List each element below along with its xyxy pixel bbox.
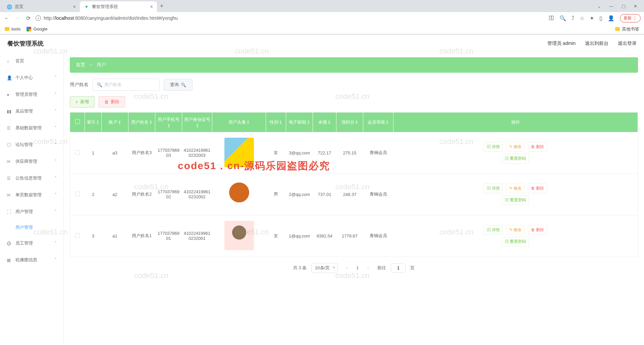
goto-input[interactable] — [391, 263, 406, 273]
page-number[interactable]: 1 — [356, 265, 359, 270]
bookmark-google[interactable]: Google — [26, 26, 47, 31]
edit-button[interactable]: ✎ 修改 — [506, 225, 525, 235]
col-header-11[interactable]: 会员等级▲▼ — [363, 113, 393, 132]
detail-button[interactable]: ▤ 详情 — [484, 142, 503, 152]
forward-icon[interactable]: → — [14, 15, 21, 21]
row-checkbox[interactable] — [75, 192, 80, 196]
sort-icon[interactable]: ▲▼ — [149, 120, 152, 125]
cell-avatar — [212, 215, 266, 257]
sort-icon[interactable]: ▲▼ — [307, 120, 310, 125]
sort-icon[interactable]: ▲▼ — [167, 123, 170, 128]
extension-icon[interactable]: ✦ — [590, 15, 594, 21]
sort-icon[interactable]: ▲▼ — [386, 120, 389, 125]
action-row: +新增 🗑删除 — [70, 96, 638, 108]
sidebar-item-10[interactable]: ⏻员工管理˅ — [0, 235, 63, 252]
sort-icon[interactable]: ▲▼ — [118, 120, 121, 125]
update-button[interactable]: 更新 ⋮ — [620, 14, 641, 22]
admin-label[interactable]: 管理员 admin — [547, 41, 576, 47]
sort-icon[interactable]: ▲▼ — [196, 123, 199, 128]
close-icon[interactable]: × — [150, 4, 153, 9]
maximize-icon[interactable]: ▢ — [622, 4, 626, 9]
col-header-8[interactable]: 电子邮箱▲▼ — [286, 113, 313, 132]
col-header-4[interactable]: 用户手机号▲▼ — [155, 113, 182, 132]
share-icon[interactable]: ⤴ — [572, 15, 574, 21]
col-header-12[interactable]: 操作 — [393, 113, 638, 132]
sort-icon[interactable]: ▲▼ — [328, 120, 331, 125]
cell-avatar — [212, 132, 266, 174]
col-header-5[interactable]: 用户身份证号▲▼ — [182, 113, 212, 132]
sidebar-item-8[interactable]: ✉单页数据管理˅ — [0, 187, 63, 203]
col-header-3[interactable]: 用户姓名▲▼ — [128, 113, 155, 132]
search-button[interactable]: 查询🔍 — [164, 79, 193, 91]
tab-title: 餐饮管理系统 — [92, 4, 118, 10]
sort-icon[interactable]: ▲▼ — [355, 120, 358, 125]
close-icon[interactable]: × — [73, 4, 76, 9]
add-button[interactable]: +新增 — [70, 96, 95, 108]
zoom-icon[interactable]: 🔍 — [559, 15, 566, 21]
col-header-9[interactable]: 余额▲▼ — [313, 113, 336, 132]
cell-idcard: 410224199610232001 — [182, 215, 212, 257]
delete-button[interactable]: 🗑删除 — [99, 96, 125, 108]
sidebar-item-0[interactable]: ⌂首页 — [0, 53, 63, 69]
sidebar-item-3[interactable]: ▮▮菜品管理˅ — [0, 103, 63, 120]
sidebar-item-6[interactable]: ✉供应商管理˅ — [0, 153, 63, 170]
col-header-1[interactable]: 索引▲▼ — [85, 113, 102, 132]
address-bar[interactable]: i http://localhost:8080/canyinguanli/adm… — [36, 15, 545, 21]
menu-icon: ▮▮ — [7, 109, 12, 114]
sort-icon[interactable]: ▲▼ — [96, 120, 99, 125]
sidebar-item-5[interactable]: 🖵论坛管理˅ — [0, 136, 63, 153]
reload-icon[interactable]: ⟳ — [25, 15, 32, 21]
row-checkbox[interactable] — [75, 150, 80, 155]
bookmark-other[interactable]: 其他书签 — [615, 26, 639, 32]
new-tab-button[interactable]: + — [157, 3, 166, 10]
total-text: 共 3 条 — [293, 265, 307, 271]
browser-tab-1[interactable]: ▼ 餐饮管理系统 × — [80, 1, 157, 12]
reset-password-button[interactable]: ▤ 重置密码 — [502, 237, 529, 247]
detail-button[interactable]: ▤ 详情 — [484, 225, 503, 235]
chevron-down-icon[interactable]: ⌄ — [597, 4, 601, 9]
sidebar-item-11[interactable]: ▦轮播图信息˅ — [0, 252, 63, 268]
next-page-icon[interactable]: › — [363, 263, 373, 273]
site-info-icon[interactable]: i — [36, 15, 41, 21]
chevron-down-icon: ˅ — [55, 258, 57, 262]
sidebar-item-9[interactable]: ⛶用户管理˄ — [0, 203, 63, 220]
col-header-6[interactable]: 用户头像▲▼ — [212, 113, 266, 132]
cell-avatar — [212, 174, 266, 215]
star-icon[interactable]: ☆ — [580, 15, 584, 21]
search-input[interactable]: 🔍 用户姓名 — [93, 79, 160, 91]
profile-icon[interactable]: 👤 — [608, 15, 614, 21]
edit-button[interactable]: ✎ 修改 — [506, 142, 525, 152]
row-delete-button[interactable]: 🗑 删除 — [528, 225, 547, 235]
edit-button[interactable]: ✎ 修改 — [506, 184, 525, 193]
sidebar-item-7[interactable]: ☰公告信息管理˅ — [0, 170, 63, 187]
row-checkbox[interactable] — [75, 233, 80, 238]
sidebar-item-2[interactable]: ●管理员管理˅ — [0, 86, 63, 103]
sort-icon[interactable]: ▲▼ — [279, 120, 282, 125]
browser-tab-0[interactable]: 🌐 首页 × — [3, 1, 80, 12]
panel-icon[interactable]: ▯ — [599, 15, 602, 21]
detail-button[interactable]: ▤ 详情 — [484, 184, 503, 193]
select-all-checkbox[interactable] — [75, 119, 80, 124]
row-delete-button[interactable]: 🗑 删除 — [528, 184, 547, 193]
minimize-icon[interactable]: — — [609, 4, 613, 9]
pagination: 共 3 条 10条/页 ‹ 1 › 前往 页 — [70, 263, 638, 273]
col-header-10[interactable]: 现积分▲▼ — [336, 113, 363, 132]
page-size-select[interactable]: 10条/页 — [311, 263, 337, 273]
sidebar-item-1[interactable]: 👤个人中心˅ — [0, 69, 63, 86]
reset-password-button[interactable]: ▤ 重置密码 — [502, 195, 529, 205]
bookmark-tools[interactable]: tools — [5, 26, 20, 31]
sidebar-item-4[interactable]: ☰基础数据管理˅ — [0, 120, 63, 136]
reset-password-button[interactable]: ▤ 重置密码 — [502, 154, 529, 163]
row-delete-button[interactable]: 🗑 删除 — [528, 142, 547, 152]
prev-page-icon[interactable]: ‹ — [342, 263, 352, 273]
key-icon[interactable]: ⚿ — [549, 15, 554, 21]
sidebar-subitem[interactable]: 用户管理 — [0, 220, 63, 235]
logout-link[interactable]: 退出登录 — [618, 41, 637, 47]
breadcrumb-home[interactable]: 首页 — [76, 62, 85, 68]
to-front-link[interactable]: 退出到前台 — [585, 41, 608, 47]
close-window-icon[interactable]: ✕ — [634, 4, 637, 9]
sort-icon[interactable]: ▲▼ — [247, 120, 250, 125]
back-icon[interactable]: ← — [3, 15, 10, 21]
col-header-7[interactable]: 性别▲▼ — [266, 113, 286, 132]
col-header-2[interactable]: 账户▲▼ — [102, 113, 128, 132]
